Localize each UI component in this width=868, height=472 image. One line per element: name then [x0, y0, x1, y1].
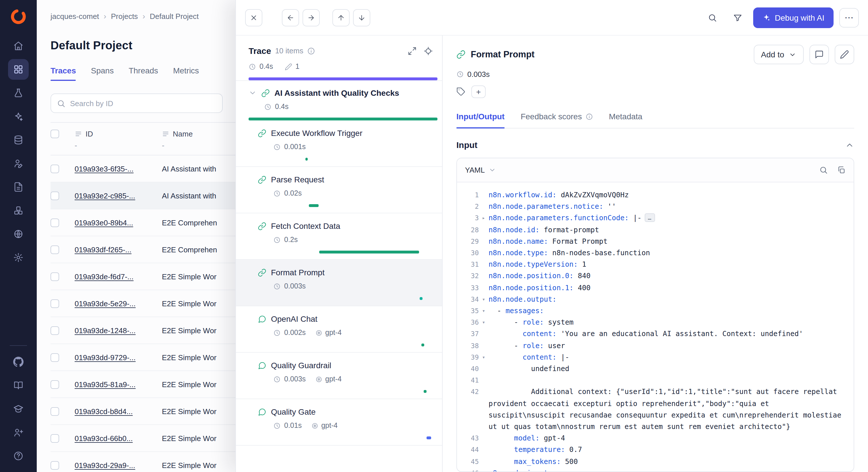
next-span-button[interactable] — [353, 9, 370, 26]
sidebar-item-invite-teammates[interactable] — [8, 422, 29, 443]
table-row[interactable]: 019a93cd-66b0...E2E Simple Wor — [51, 425, 264, 452]
add-tag-button[interactable]: + — [471, 86, 486, 98]
trace-id-link[interactable]: 019a93e3-6f35-... — [74, 164, 133, 173]
sidebar-item-optimizations[interactable] — [8, 106, 29, 127]
row-checkbox[interactable] — [51, 407, 59, 415]
sidebar-item-online-evaluation[interactable] — [8, 224, 29, 244]
focus-selected-button[interactable] — [424, 46, 433, 55]
table-row[interactable]: 019a93cd-b8d4...E2E Simple Wor — [51, 398, 264, 425]
tab-spans[interactable]: Spans — [91, 66, 114, 81]
table-row[interactable]: 019a93de-1248-...E2E Simple Wor — [51, 317, 264, 344]
prev-trace-button[interactable] — [282, 9, 299, 26]
span-row[interactable]: Fetch Context Data0.2s — [236, 213, 442, 260]
sidebar-item-documentation[interactable] — [8, 375, 29, 396]
breadcrumb-item[interactable]: jacques-comet — [51, 12, 99, 20]
tab-input-output[interactable]: Input/Output — [456, 112, 505, 128]
format-select[interactable]: YAML — [465, 166, 496, 174]
row-checkbox[interactable] — [51, 299, 59, 308]
tab-metrics[interactable]: Metrics — [173, 66, 199, 81]
comet-logo[interactable] — [9, 7, 28, 26]
row-checkbox[interactable] — [51, 164, 59, 173]
fold-open-caret-icon[interactable]: ▾ — [479, 467, 489, 472]
close-button[interactable] — [245, 9, 262, 26]
edit-button[interactable] — [835, 45, 854, 64]
table-row[interactable]: 019a93df-f265-...E2E Comprehen — [51, 236, 264, 263]
breadcrumb-item[interactable]: Default Project — [150, 12, 199, 20]
trace-id-link[interactable]: 019a93df-f265-... — [74, 245, 131, 254]
span-row[interactable]: Quality Gate0.01sgpt-4 — [236, 399, 442, 446]
row-checkbox[interactable] — [51, 272, 59, 281]
filter-button[interactable] — [727, 8, 747, 27]
sidebar-item-quickstart[interactable] — [8, 399, 29, 419]
search-box[interactable] — [51, 94, 223, 113]
prev-span-button[interactable] — [332, 9, 350, 26]
chevron-down-icon[interactable] — [249, 89, 257, 97]
search-button[interactable] — [702, 8, 722, 27]
fold-open-caret-icon[interactable]: ▾ — [479, 351, 489, 363]
sidebar-item-github[interactable] — [8, 351, 29, 372]
next-trace-button[interactable] — [303, 9, 320, 26]
span-row[interactable]: Execute Workflow Trigger0.001s — [236, 121, 442, 167]
comments-button[interactable] — [809, 45, 829, 64]
add-to-button[interactable]: Add to — [753, 45, 804, 64]
tab-metadata[interactable]: Metadata — [609, 112, 642, 128]
trace-id-link[interactable]: 019a93cd-66b0... — [74, 434, 133, 442]
search-input[interactable] — [70, 99, 216, 107]
tab-threads[interactable]: Threads — [129, 66, 158, 81]
debug-with-ai-button[interactable]: Debug with AI — [753, 7, 834, 28]
expand-all-button[interactable] — [408, 46, 417, 55]
root-span-row[interactable]: AI Assistant with Quality Checks 0.4s — [236, 81, 442, 121]
table-row[interactable]: 019a93de-5e29-...E2E Simple Wor — [51, 290, 264, 317]
trace-id-link[interactable]: 019a93e2-c985-... — [74, 191, 135, 200]
fold-open-caret-icon[interactable]: ▾ — [479, 316, 489, 328]
row-checkbox[interactable] — [51, 191, 59, 200]
sidebar-item-annotation-queues[interactable] — [8, 153, 29, 174]
trace-id-link[interactable]: 019a93cd-b8d4... — [74, 407, 133, 415]
span-row[interactable]: Format Prompt0.003s — [236, 260, 442, 306]
trace-id-link[interactable]: 019a93d5-81a9-... — [74, 380, 136, 389]
more-actions-button[interactable]: ⋯ — [839, 8, 859, 27]
sidebar-item-experiments[interactable] — [8, 82, 29, 103]
column-header[interactable]: ID — [86, 129, 93, 138]
tab-traces[interactable]: Traces — [51, 66, 76, 81]
search-in-code-button[interactable] — [819, 166, 828, 174]
trace-root-summary[interactable]: 0.4s 1 — [236, 61, 442, 81]
sidebar-item-projects[interactable] — [8, 59, 29, 80]
trace-id-link[interactable]: 019a93dd-9729-... — [74, 353, 136, 362]
row-checkbox[interactable] — [51, 434, 59, 442]
span-row[interactable]: OpenAI Chat0.002sgpt-4 — [236, 306, 442, 353]
breadcrumb-item[interactable]: Projects — [111, 12, 138, 20]
copy-button[interactable] — [837, 166, 846, 174]
collapse-input-button[interactable] — [845, 140, 854, 149]
select-all-checkbox[interactable] — [51, 129, 59, 138]
table-row[interactable]: 019a93e3-6f35-...AI Assistant with — [51, 156, 264, 182]
span-row[interactable]: Quality Guardrail0.003sgpt-4 — [236, 353, 442, 399]
trace-id-link[interactable]: 019a93cd-29a9-... — [74, 461, 135, 469]
row-checkbox[interactable] — [51, 380, 59, 389]
trace-id-link[interactable]: 019a93de-f6d7-... — [74, 272, 133, 281]
fold-open-caret-icon[interactable]: ▾ — [479, 294, 489, 305]
table-row[interactable]: 019a93d5-81a9-...E2E Simple Wor — [51, 371, 264, 398]
tab-feedback-scores[interactable]: Feedback scores — [521, 112, 593, 128]
table-row[interactable]: 019a93e0-89b4...E2E Comprehen — [51, 209, 264, 236]
table-row[interactable]: 019a93de-f6d7-...E2E Simple Wor — [51, 263, 264, 290]
sidebar-item-help[interactable] — [8, 446, 29, 466]
row-checkbox[interactable] — [51, 245, 59, 254]
table-row[interactable]: 019a93dd-9729-...E2E Simple Wor — [51, 344, 264, 371]
trace-id-link[interactable]: 019a93de-5e29-... — [74, 299, 136, 308]
row-checkbox[interactable] — [51, 461, 59, 469]
table-row[interactable]: 019a93e2-c985-...AI Assistant with — [51, 182, 264, 209]
column-header[interactable]: Name — [173, 129, 193, 138]
sidebar-item-prompt-library[interactable] — [8, 177, 29, 197]
row-checkbox[interactable] — [51, 218, 59, 227]
span-row[interactable]: Parse Request0.02s — [236, 167, 442, 213]
fold-open-caret-icon[interactable]: ▾ — [479, 305, 489, 316]
table-row[interactable]: 019a93cd-29a9-...E2E Simple Wor — [51, 452, 264, 472]
sidebar-item-datasets[interactable] — [8, 130, 29, 150]
row-checkbox[interactable] — [51, 326, 59, 335]
collapsed-content-pill[interactable]: … — [644, 214, 655, 222]
trace-id-link[interactable]: 019a93de-1248-... — [74, 326, 136, 335]
row-checkbox[interactable] — [51, 353, 59, 362]
trace-id-link[interactable]: 019a93e0-89b4... — [74, 218, 133, 227]
sidebar-item-home[interactable] — [8, 36, 29, 56]
